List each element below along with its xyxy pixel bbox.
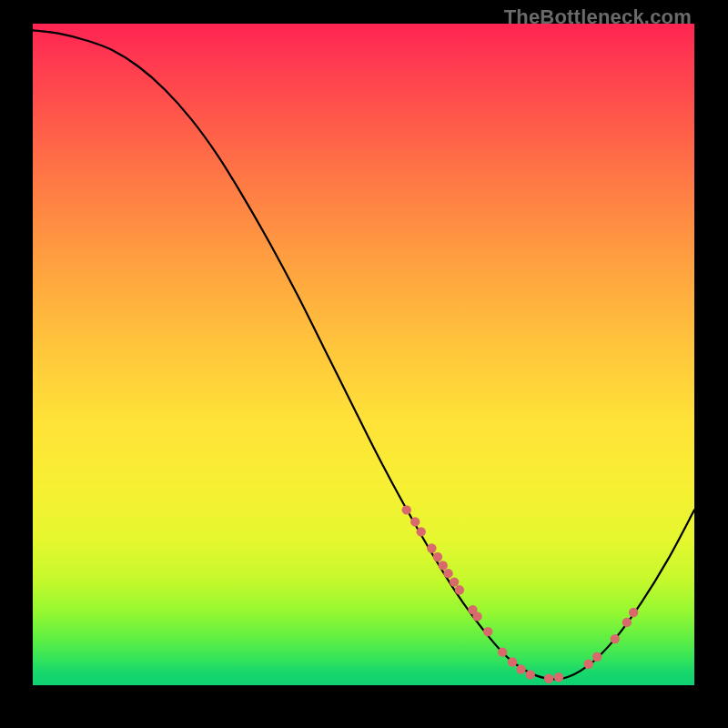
data-point xyxy=(544,674,553,683)
data-point xyxy=(417,527,426,536)
data-point xyxy=(526,670,535,679)
bottleneck-curve xyxy=(33,30,694,679)
data-point xyxy=(554,672,563,682)
data-point xyxy=(455,585,464,594)
data-point xyxy=(592,652,602,662)
data-point xyxy=(450,577,459,586)
data-point xyxy=(622,618,632,627)
data-point xyxy=(402,505,411,514)
data-point xyxy=(629,608,638,617)
data-point xyxy=(410,517,420,526)
data-point xyxy=(483,627,492,636)
data-point xyxy=(472,612,481,621)
data-points xyxy=(402,505,639,683)
data-point xyxy=(516,664,525,673)
data-point xyxy=(583,660,592,669)
data-point xyxy=(439,561,448,570)
chart-svg xyxy=(33,24,694,685)
chart-stage: TheBottleneck.com xyxy=(0,0,728,728)
data-point xyxy=(498,647,507,656)
watermark-text: TheBottleneck.com xyxy=(504,5,692,29)
data-point xyxy=(427,543,436,552)
chart-plot-area xyxy=(33,24,694,685)
data-point xyxy=(611,634,620,643)
data-point xyxy=(433,552,442,561)
data-point xyxy=(443,569,452,578)
data-point xyxy=(508,657,517,666)
